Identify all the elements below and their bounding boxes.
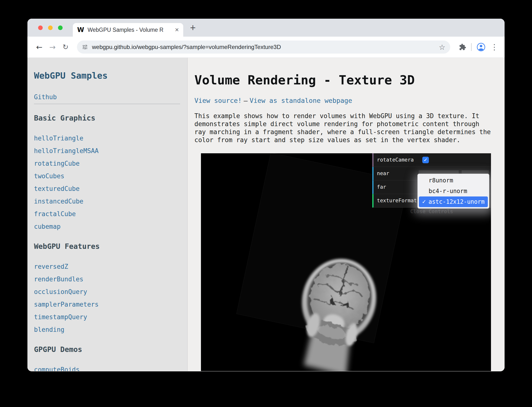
- sidebar-item-blending[interactable]: blending: [34, 326, 64, 333]
- rotatecamera-checkbox[interactable]: ✓: [422, 157, 429, 163]
- new-tab-button[interactable]: +: [190, 23, 196, 33]
- github-link[interactable]: Github: [34, 93, 57, 101]
- list-item: rotatingCube: [34, 157, 180, 170]
- back-button[interactable]: ←: [34, 41, 45, 53]
- url-bar[interactable]: webgpu.github.io/webgpu-samples/?sample=…: [77, 41, 450, 54]
- tab-title: WebGPU Samples - Volume R: [88, 27, 172, 33]
- view-source-link[interactable]: View source!: [194, 97, 242, 104]
- main-content: Volume Rendering - Texture 3D View sourc…: [188, 58, 505, 371]
- rotatecamera-label: rotateCamera: [377, 153, 414, 167]
- list-item: instancedCube: [34, 195, 180, 208]
- section-heading-basic-graphics: Basic Graphics: [34, 114, 180, 122]
- url-text: webgpu.github.io/webgpu-samples/?sample=…: [92, 44, 439, 50]
- section-heading-gpgpu-demos: GPGPU Demos: [34, 345, 180, 354]
- toolbar-separator: [471, 43, 472, 51]
- sidebar-item-reversedz[interactable]: reversedZ: [34, 263, 68, 270]
- site-title: WebGPU Samples: [34, 70, 180, 81]
- textureformat-label: textureFormat: [377, 194, 417, 207]
- list-item: helloTriangleMSAA: [34, 145, 180, 157]
- minimize-window-button[interactable]: [48, 25, 53, 30]
- basic-graphics-list: helloTriangle helloTriangleMSAA rotating…: [34, 132, 180, 233]
- browser-tab[interactable]: W WebGPU Samples - Volume R ×: [73, 23, 183, 37]
- brain-mri-rendering: [281, 250, 393, 371]
- sidebar-divider: [34, 104, 180, 104]
- list-item: blending: [34, 323, 180, 336]
- extensions-icon[interactable]: [459, 43, 466, 51]
- list-item: occlusionQuery: [34, 285, 180, 298]
- list-item: helloTriangle: [34, 132, 180, 145]
- sidebar-item-computeboids[interactable]: computeBoids: [34, 366, 80, 371]
- site-settings-icon[interactable]: [82, 44, 88, 50]
- page-content: WebGPU Samples Github Basic Graphics hel…: [27, 58, 505, 371]
- list-item: renderBundles: [34, 273, 180, 285]
- check-icon: ✓: [422, 196, 426, 207]
- section-heading-webgpu-features: WebGPU Features: [34, 242, 180, 251]
- sidebar-item-renderbundles[interactable]: renderBundles: [34, 276, 83, 283]
- list-item: twoCubes: [34, 170, 180, 182]
- far-label: far: [377, 180, 386, 194]
- link-separator: —: [244, 97, 248, 104]
- list-item: reversedZ: [34, 260, 180, 273]
- zoom-window-button[interactable]: [58, 25, 63, 30]
- dropdown-option[interactable]: r8unorm: [419, 175, 488, 186]
- render-canvas[interactable]: rotateCamera ✓ near far textureFormat: [201, 153, 491, 371]
- bookmark-star-icon[interactable]: ☆: [439, 43, 445, 51]
- browser-toolbar: ← → ↻ webgpu.github.io/webgpu-samples/?s…: [27, 37, 505, 58]
- webgpu-logo-icon: W: [77, 26, 84, 33]
- list-item: timestampQuery: [34, 311, 180, 323]
- sidebar-item-instancedcube[interactable]: instancedCube: [34, 198, 83, 205]
- gui-row-rotatecamera: rotateCamera ✓: [372, 153, 491, 167]
- reload-button[interactable]: ↻: [60, 41, 71, 53]
- tab-close-icon[interactable]: ×: [175, 26, 179, 33]
- sidebar-item-hellotrianglemsaa[interactable]: helloTriangleMSAA: [34, 147, 99, 155]
- list-item: computeBoids: [34, 363, 180, 371]
- sample-links: View source!—View as standalone webpage: [194, 97, 491, 105]
- dropdown-option[interactable]: bc4-r-unorm: [419, 186, 488, 196]
- profile-avatar[interactable]: [476, 42, 486, 52]
- webgpu-features-list: reversedZ renderBundles occlusionQuery s…: [34, 260, 180, 336]
- sidebar-item-twocubes[interactable]: twoCubes: [34, 172, 64, 180]
- textureformat-dropdown: r8unorm bc4-r-unorm ✓ astc-12x12-unorm: [417, 174, 489, 209]
- sidebar-item-samplerparameters[interactable]: samplerParameters: [34, 301, 99, 308]
- close-controls-button[interactable]: Close Controls: [372, 209, 491, 214]
- browser-window: W WebGPU Samples - Volume R × + ← → ↻ we…: [27, 19, 505, 371]
- page-title: Volume Rendering - Texture 3D: [194, 73, 491, 87]
- close-window-button[interactable]: [38, 25, 43, 30]
- dropdown-option-label: astc-12x12-unorm: [428, 196, 484, 207]
- sidebar-item-texturedcube[interactable]: texturedCube: [34, 185, 80, 192]
- sidebar-item-timestampquery[interactable]: timestampQuery: [34, 313, 87, 321]
- tab-bar: W WebGPU Samples - Volume R × +: [27, 19, 505, 37]
- sidebar-item-rotatingcube[interactable]: rotatingCube: [34, 160, 80, 167]
- sidebar-item-hellotriangle[interactable]: helloTriangle: [34, 135, 83, 142]
- list-item: samplerParameters: [34, 298, 180, 311]
- sidebar-item-cubemap[interactable]: cubemap: [34, 223, 61, 230]
- list-item: cubemap: [34, 220, 180, 233]
- dropdown-option-selected[interactable]: ✓ astc-12x12-unorm: [419, 196, 488, 207]
- browser-menu-icon[interactable]: ⋮: [490, 42, 498, 52]
- sidebar-item-occlusionquery[interactable]: occlusionQuery: [34, 288, 87, 295]
- traffic-lights: [38, 25, 63, 30]
- list-item: fractalCube: [34, 208, 180, 220]
- gpgpu-demos-list: computeBoids: [34, 363, 180, 371]
- sample-description: This example shows how to render volumes…: [194, 112, 491, 144]
- list-item: texturedCube: [34, 182, 180, 195]
- forward-button[interactable]: →: [47, 41, 58, 53]
- near-label: near: [377, 167, 389, 180]
- sidebar: WebGPU Samples Github Basic Graphics hel…: [27, 58, 188, 371]
- sidebar-item-fractalcube[interactable]: fractalCube: [34, 210, 76, 218]
- standalone-link[interactable]: View as standalone webpage: [249, 97, 352, 104]
